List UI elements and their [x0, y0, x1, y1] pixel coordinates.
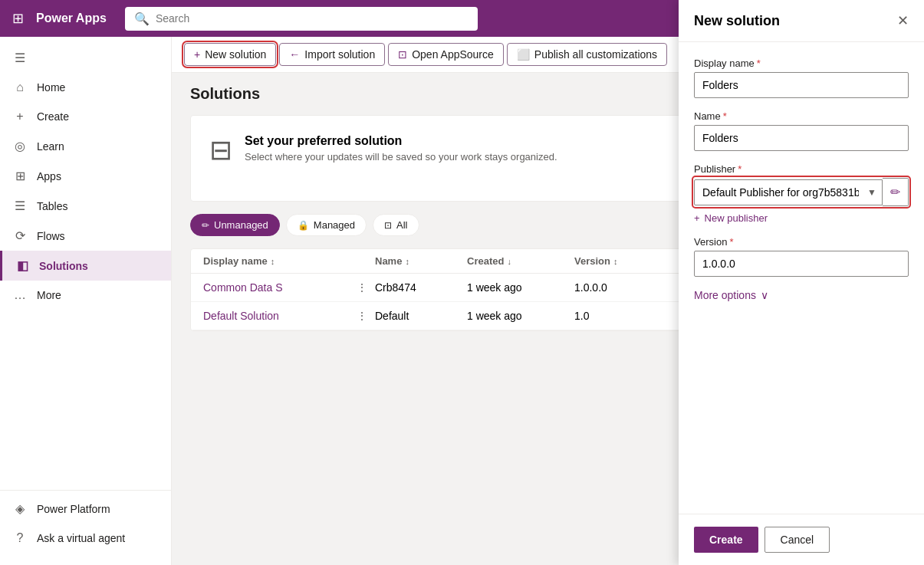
publisher-select[interactable]: Default Publisher for org7b5831b8 (...: [694, 179, 883, 205]
app-logo: Power Apps: [36, 11, 107, 25]
sidebar-item-collapse[interactable]: ☰: [0, 43, 171, 73]
plus-icon: +: [194, 48, 200, 61]
sidebar-item-home[interactable]: ⌂ Home: [0, 73, 171, 102]
solutions-icon: ◧: [15, 258, 30, 273]
appsource-icon: ⊡: [398, 48, 407, 61]
sidebar-item-learn[interactable]: ◎ Learn: [0, 131, 171, 161]
sidebar-item-tables[interactable]: ☰ Tables: [0, 191, 171, 221]
tab-all[interactable]: ⊡ All: [373, 214, 419, 236]
new-solution-label: New solution: [205, 48, 266, 61]
cancel-button[interactable]: Cancel: [765, 527, 830, 553]
display-name-group: Display name *: [694, 57, 909, 98]
sidebar-item-label: Ask a virtual agent: [37, 532, 125, 544]
tab-managed[interactable]: 🔒 Managed: [286, 214, 367, 236]
sidebar-item-apps[interactable]: ⊞ Apps: [0, 161, 171, 191]
col-header-name[interactable]: Name↕: [375, 255, 467, 267]
name-group: Name *: [694, 110, 909, 151]
version-label: Version *: [694, 236, 909, 248]
publisher-edit-button[interactable]: ✏: [883, 178, 909, 206]
new-publisher-label: New publisher: [705, 212, 768, 224]
banner-text: Set your preferred solution Select where…: [245, 134, 557, 163]
search-input[interactable]: [156, 12, 469, 25]
display-name-input[interactable]: [694, 72, 909, 98]
more-options-label: More options: [694, 289, 756, 301]
home-icon: ⌂: [12, 80, 28, 94]
sidebar: ☰ ⌂ Home + Create ◎ Learn ⊞ Apps ☰ Table…: [0, 37, 172, 565]
unmanaged-icon: ✏: [202, 220, 209, 231]
col-header-display-name[interactable]: Display name↕: [203, 255, 357, 267]
publisher-row: Default Publisher for org7b5831b8 (... ▼…: [694, 178, 909, 206]
new-publisher-button[interactable]: + New publisher: [694, 212, 768, 224]
banner-desc: Select where your updates will be saved …: [245, 151, 557, 163]
row2-more-dots[interactable]: ⋮: [357, 310, 375, 322]
col-header-spacer: [357, 255, 375, 267]
publisher-group: Publisher * Default Publisher for org7b5…: [694, 163, 909, 224]
waffle-icon[interactable]: ⊞: [9, 7, 27, 30]
sidebar-item-label: Tables: [37, 200, 67, 212]
publisher-select-wrapper: Default Publisher for org7b5831b8 (... ▼: [694, 179, 883, 205]
open-appsource-label: Open AppSource: [412, 48, 494, 61]
sidebar-item-more[interactable]: … More: [0, 281, 171, 310]
sidebar-item-ask-agent[interactable]: ? Ask a virtual agent: [0, 524, 171, 553]
more-icon: …: [12, 288, 28, 302]
main-layout: ☰ ⌂ Home + Create ◎ Learn ⊞ Apps ☰ Table…: [0, 37, 924, 565]
banner-title: Set your preferred solution: [245, 134, 557, 148]
sidebar-item-label: Apps: [37, 170, 61, 182]
required-marker: *: [757, 57, 761, 69]
sidebar-item-label: Flows: [37, 230, 65, 242]
open-appsource-button[interactable]: ⊡ Open AppSource: [388, 43, 504, 66]
row1-display-name[interactable]: Common Data S: [203, 281, 357, 294]
sidebar-item-flows[interactable]: ⟳ Flows: [0, 221, 171, 251]
sidebar-item-create[interactable]: + Create: [0, 102, 171, 131]
managed-icon: 🔒: [298, 220, 309, 231]
publisher-label: Publisher *: [694, 163, 909, 175]
new-solution-button[interactable]: + New solution: [184, 43, 276, 66]
tab-all-label: All: [396, 219, 407, 231]
row1-version: 1.0.0.0: [574, 281, 651, 294]
search-bar[interactable]: 🔍: [125, 7, 478, 31]
sidebar-divider: [0, 490, 171, 491]
version-group: Version *: [694, 236, 909, 277]
name-input[interactable]: [694, 125, 909, 151]
sidebar-item-label: More: [37, 289, 61, 301]
banner-icon: ⊟: [209, 134, 232, 166]
import-icon: ←: [289, 48, 300, 61]
sidebar-item-label: Power Platform: [37, 503, 110, 515]
panel-header: New solution ✕: [679, 37, 924, 42]
more-options-button[interactable]: More options ∨: [694, 289, 768, 301]
display-name-label: Display name *: [694, 57, 909, 69]
sidebar-item-power-platform[interactable]: ◈ Power Platform: [0, 494, 171, 524]
publish-all-button[interactable]: ⬜ Publish all customizations: [507, 43, 667, 66]
col-header-created[interactable]: Created↓: [467, 255, 574, 267]
ask-agent-icon: ?: [12, 531, 28, 545]
panel-body: Display name * Name * Publisher * Defaul: [679, 42, 924, 514]
all-icon: ⊡: [384, 220, 392, 231]
sidebar-item-label: Home: [37, 81, 65, 94]
row2-display-name[interactable]: Default Solution: [203, 310, 357, 322]
flows-icon: ⟳: [12, 228, 28, 243]
row2-version: 1.0: [574, 310, 651, 322]
power-platform-icon: ◈: [12, 501, 28, 516]
new-solution-panel: New solution ✕ Display name * Name * Pub…: [679, 37, 924, 565]
tab-unmanaged-label: Unmanaged: [214, 219, 268, 231]
version-input[interactable]: [694, 251, 909, 277]
sidebar-item-label: Learn: [37, 140, 64, 153]
tab-unmanaged[interactable]: ✏ Unmanaged: [190, 214, 280, 236]
tab-managed-label: Managed: [314, 219, 355, 231]
required-marker: *: [729, 236, 733, 248]
publish-all-label: Publish all customizations: [534, 48, 657, 61]
collapse-icon: ☰: [12, 51, 28, 65]
row1-more-dots[interactable]: ⋮: [357, 281, 375, 294]
import-solution-button[interactable]: ← Import solution: [279, 43, 385, 66]
tables-icon: ☰: [12, 199, 28, 213]
sidebar-item-label: Solutions: [39, 260, 88, 272]
sidebar-item-solutions[interactable]: ◧ Solutions: [0, 251, 171, 281]
col-header-version[interactable]: Version↕: [574, 255, 651, 267]
apps-icon: ⊞: [12, 169, 28, 183]
sidebar-item-label: Create: [37, 110, 69, 123]
plus-icon: +: [694, 212, 700, 224]
create-button[interactable]: Create: [694, 527, 758, 553]
create-icon: +: [12, 110, 28, 123]
learn-icon: ◎: [12, 139, 28, 153]
required-marker: *: [738, 163, 742, 175]
